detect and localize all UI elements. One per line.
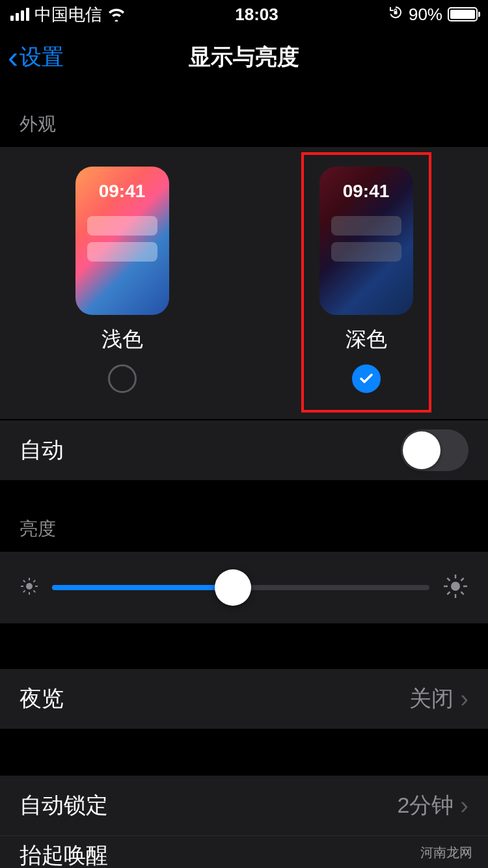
nav-bar: ‹ 设置 显示与亮度	[0, 29, 488, 86]
svg-rect-0	[394, 11, 397, 14]
status-bar: 中国电信 18:03 90%	[0, 0, 488, 29]
sun-small-icon	[20, 576, 39, 599]
section-header-brightness: 亮度	[0, 480, 488, 552]
radio-unchecked-icon[interactable]	[108, 364, 137, 393]
preview-time-dark: 09:41	[319, 181, 413, 202]
slider-thumb[interactable]	[215, 569, 251, 606]
appearance-option-dark[interactable]: 09:41 深色	[319, 167, 413, 393]
preview-light: 09:41	[75, 167, 169, 315]
back-label: 设置	[20, 42, 64, 72]
svg-point-10	[451, 582, 460, 591]
chevron-right-icon: ›	[460, 685, 468, 713]
auto-lock-label: 自动锁定	[20, 791, 108, 821]
svg-line-17	[447, 592, 450, 595]
svg-line-8	[23, 590, 25, 592]
row-auto-lock[interactable]: 自动锁定 2分钟 ›	[0, 776, 488, 835]
raise-to-wake-label: 抬起唤醒	[20, 841, 108, 869]
page-title: 显示与亮度	[189, 42, 299, 72]
night-shift-value: 关闭	[409, 684, 454, 714]
wifi-icon	[107, 7, 126, 21]
appearance-option-light[interactable]: 09:41 浅色	[75, 167, 169, 393]
chevron-left-icon: ‹	[8, 42, 18, 73]
svg-point-1	[26, 583, 33, 590]
svg-line-18	[461, 578, 464, 580]
carrier-label: 中国电信	[34, 3, 102, 26]
chevron-right-icon: ›	[460, 792, 468, 820]
brightness-row	[0, 552, 488, 623]
svg-line-7	[33, 590, 35, 592]
radio-checked-icon[interactable]	[352, 364, 381, 393]
preview-time-light: 09:41	[75, 181, 169, 202]
svg-line-9	[33, 580, 35, 582]
status-time: 18:03	[235, 5, 278, 25]
row-raise-to-wake[interactable]: 抬起唤醒	[0, 835, 488, 868]
svg-line-6	[23, 580, 25, 582]
svg-line-15	[447, 578, 450, 580]
toggle-auto[interactable]	[401, 429, 468, 471]
appearance-light-label: 浅色	[102, 325, 143, 354]
signal-strength-icon	[10, 8, 29, 21]
auto-lock-value: 2分钟	[397, 791, 454, 821]
brightness-slider[interactable]	[52, 585, 429, 590]
appearance-dark-label: 深色	[346, 325, 387, 354]
row-night-shift[interactable]: 夜览 关闭 ›	[0, 669, 488, 729]
watermark: 河南龙网	[420, 844, 472, 861]
battery-percent: 90%	[409, 5, 442, 25]
auto-label: 自动	[20, 435, 64, 465]
sun-large-icon	[442, 573, 468, 602]
orientation-lock-icon	[388, 5, 403, 25]
appearance-panel: 09:41 浅色 09:41 深色	[0, 147, 488, 419]
night-shift-label: 夜览	[20, 684, 64, 714]
svg-line-16	[461, 592, 464, 595]
preview-dark: 09:41	[319, 167, 413, 315]
battery-icon	[448, 7, 478, 21]
back-button[interactable]: ‹ 设置	[8, 42, 64, 73]
row-auto[interactable]: 自动	[0, 420, 488, 480]
section-header-appearance: 外观	[0, 86, 488, 147]
